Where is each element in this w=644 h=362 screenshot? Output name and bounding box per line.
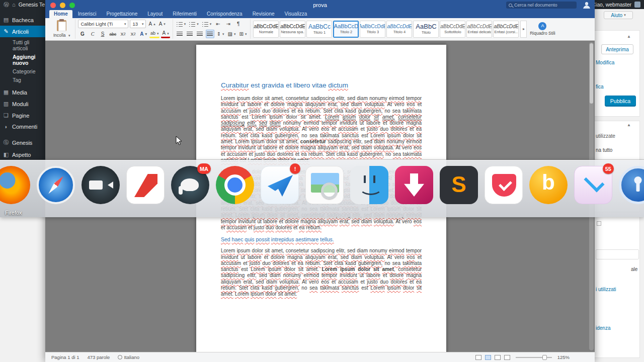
align-right-button[interactable]: [196, 30, 204, 38]
styles-more-button[interactable]: ▸: [520, 21, 527, 38]
strikethrough-button[interactable]: abc: [108, 30, 117, 38]
view-draft-button[interactable]: [475, 355, 481, 360]
grow-font-button[interactable]: A▴: [147, 20, 156, 28]
select-all-label[interactable]: na tutto: [596, 147, 612, 153]
dock-app-safari[interactable]: [37, 166, 75, 204]
dock-app-chrome[interactable]: [216, 166, 254, 204]
zoom-slider-knob[interactable]: [542, 355, 547, 360]
tab-progettazione[interactable]: Progettazione: [102, 10, 142, 18]
admin-greeting[interactable]: Ciao, webmaster: [592, 2, 631, 8]
home-icon[interactable]: ⌂: [12, 2, 16, 8]
avatar[interactable]: [634, 2, 640, 8]
sidebar-item-commenti[interactable]: ◗Commenti: [0, 121, 45, 132]
dock-app-1password[interactable]: [619, 166, 644, 204]
minimize-button[interactable]: [60, 3, 65, 8]
style-chip-titolo-4[interactable]: AaBbCcDdEeTitolo 4: [386, 21, 412, 38]
collapse-categories-icon[interactable]: ▲: [627, 123, 631, 127]
featured-image-link[interactable]: idenza: [596, 325, 610, 331]
font-name-select[interactable]: Calibri Light (Ti▾: [78, 20, 128, 28]
numbered-list-button[interactable]: ▾: [188, 20, 200, 28]
dock-app-yellow-b-app[interactable]: [529, 166, 568, 204]
style-chip-normale[interactable]: AaBbCcDdEeNormale: [253, 21, 279, 38]
style-chip-titolo[interactable]: AaBbCTitolo: [413, 21, 439, 38]
sidebar-item-pagine[interactable]: ❏Pagine: [0, 110, 45, 121]
sidebar-item-genesis[interactable]: ⒼGenesis: [0, 136, 45, 149]
edit-link[interactable]: Modifica: [596, 60, 614, 65]
shrink-font-button[interactable]: A▾: [158, 20, 167, 28]
preview-button[interactable]: Anteprima: [601, 44, 633, 54]
borders-button[interactable]: ⊞▾: [238, 30, 248, 38]
most-used-tags-link[interactable]: i utilizzati: [596, 287, 616, 292]
tab-visualizza[interactable]: Visualizza: [280, 10, 312, 18]
bullet-list-button[interactable]: ▾: [176, 20, 187, 28]
page-indicator[interactable]: Pagina 1 di 1: [51, 354, 79, 360]
dock-app-video-camera-app[interactable]: [82, 166, 120, 204]
style-chip-titolo-1[interactable]: AaBbCcTitolo 1: [306, 21, 332, 38]
dock-app-firefox[interactable]: [0, 166, 30, 204]
dock-app-red-arrow-app[interactable]: [126, 166, 165, 204]
dock-app-mail-plane-app[interactable]: !: [261, 166, 299, 204]
superscript-button[interactable]: X2: [129, 30, 137, 38]
sidebar-item-aspetto[interactable]: ◧Aspetto: [0, 149, 45, 160]
sidebar-subitem-tag[interactable]: Tag: [13, 75, 45, 84]
dock-app-tasks-app[interactable]: 55: [574, 166, 612, 204]
underline-button[interactable]: S: [98, 30, 107, 38]
highlight-color-button[interactable]: ab▾: [149, 30, 160, 38]
most-used-tab[interactable]: utilizzate: [596, 133, 615, 139]
language-indicator[interactable]: Italiano: [118, 354, 139, 360]
multilevel-list-button[interactable]: ▾: [201, 20, 213, 28]
word-count[interactable]: 473 parole: [87, 354, 110, 360]
style-chip-sottotitolo[interactable]: AaBbCcDdEeSottotitolo: [440, 21, 465, 38]
new-tag-input[interactable]: [596, 249, 639, 259]
style-chip-titolo-2[interactable]: AaBbCcDTitolo 2: [333, 21, 359, 38]
publish-button[interactable]: Pubblica: [605, 96, 636, 107]
sidebar-subitem-categorie[interactable]: Categorie: [13, 67, 45, 75]
close-button[interactable]: [50, 3, 56, 8]
style-chip-titolo-3[interactable]: AaBbCcDdETitolo 3: [360, 21, 385, 38]
view-web-layout-button[interactable]: [504, 355, 510, 360]
sidebar-subitem-aggiungi-nuovo[interactable]: Aggiungi nuovo: [13, 52, 45, 67]
zoom-button[interactable]: [69, 3, 75, 8]
bold-button[interactable]: G: [78, 30, 87, 38]
dock-app-finder[interactable]: [350, 166, 388, 204]
font-color-button[interactable]: A▾: [161, 30, 170, 38]
zoom-level[interactable]: 125%: [557, 354, 570, 360]
sidebar-item-articoli[interactable]: ✎Articoli: [0, 26, 45, 37]
tab-inserisci[interactable]: Inserisci: [73, 10, 101, 18]
collapse-publish-icon[interactable]: ▲: [627, 34, 631, 39]
scrollbar-thumb[interactable]: [590, 43, 593, 104]
sidebar-item-media[interactable]: ▦Media: [0, 86, 45, 98]
show-paragraph-marks-button[interactable]: ¶: [234, 20, 243, 28]
font-size-select[interactable]: 13▾: [130, 20, 146, 28]
justify-button[interactable]: [206, 30, 214, 38]
paste-button[interactable]: Incolla ▾: [48, 19, 75, 39]
help-button[interactable]: Aiuto▾: [604, 11, 633, 19]
dock-app-skitch[interactable]: [395, 166, 433, 204]
text-effects-button[interactable]: A▾: [139, 30, 148, 38]
align-left-button[interactable]: [176, 30, 184, 38]
zoom-slider[interactable]: [516, 357, 552, 358]
align-center-button[interactable]: [186, 30, 194, 38]
share-person-icon[interactable]: [583, 2, 590, 9]
wordpress-logo-icon[interactable]: Ⓦ: [4, 1, 9, 9]
edit-link-2[interactable]: fica: [596, 84, 604, 89]
search-input[interactable]: Cerca nel documento: [506, 2, 577, 9]
dock-app-pocket[interactable]: [485, 166, 523, 204]
dock-app-mammoth-app[interactable]: MA: [171, 166, 209, 204]
tab-home[interactable]: Home: [49, 10, 72, 18]
sidebar-item-bacheca[interactable]: ▤Bacheca: [0, 14, 45, 26]
style-chip-enfasi-corsi[interactable]: AaBbCcDdEeEnfasi (corsi...: [493, 21, 519, 38]
style-chip-nessuna-spa[interactable]: AaBbCcDdEeNessuna spa...: [280, 21, 305, 38]
line-spacing-button[interactable]: ⇕▾: [216, 30, 225, 38]
increase-indent-button[interactable]: ⇥: [224, 20, 232, 28]
subscript-button[interactable]: X2: [119, 30, 127, 38]
sidebar-item-moduli[interactable]: ▥Moduli: [0, 98, 45, 110]
tab-layout[interactable]: Layout: [143, 10, 167, 18]
dock-app-sublime-text[interactable]: [440, 166, 478, 204]
italic-button[interactable]: C: [88, 30, 97, 38]
tab-revisione[interactable]: Revisione: [248, 10, 279, 18]
styles-pane-button[interactable]: A Riquadro Stili: [528, 22, 556, 36]
sidebar-subitem-tutti-gli-articoli[interactable]: Tutti gli articoli: [13, 38, 45, 52]
shading-button[interactable]: ▨▾: [227, 30, 237, 38]
dock-app-photos-app[interactable]: [305, 166, 344, 204]
